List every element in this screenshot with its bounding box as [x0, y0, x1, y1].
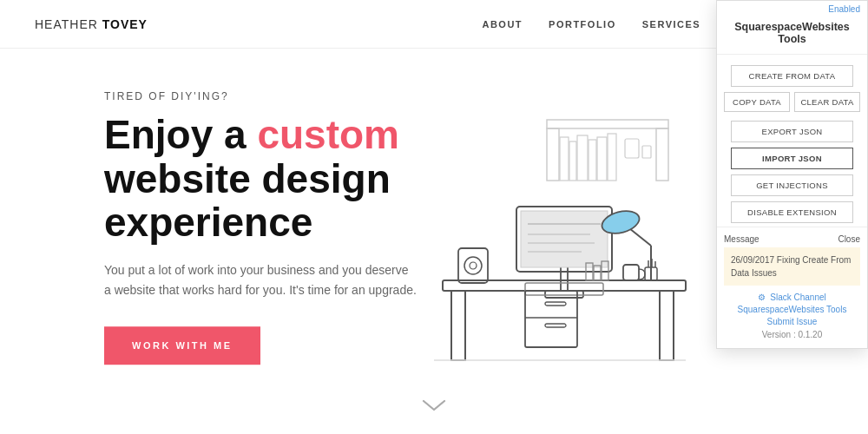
- svg-rect-15: [521, 211, 608, 267]
- slack-link[interactable]: ⚙ Slack Channel: [724, 293, 860, 302]
- svg-rect-26: [623, 265, 639, 280]
- svg-rect-2: [656, 128, 668, 181]
- logo[interactable]: HEATHER TOVEY: [35, 17, 148, 31]
- extension-links: ⚙ Slack Channel SquarespaceWebsites Tool…: [717, 286, 867, 339]
- close-button[interactable]: Close: [838, 234, 860, 244]
- svg-point-21: [464, 257, 482, 274]
- submit-issue-link[interactable]: Submit Issue: [724, 317, 860, 326]
- slack-link-label: Slack Channel: [770, 293, 825, 302]
- message-header: Message Close: [717, 227, 867, 247]
- svg-rect-11: [443, 280, 686, 291]
- svg-rect-37: [660, 291, 674, 360]
- logo-first: HEATHER: [35, 17, 102, 31]
- nav-services[interactable]: SERVICES: [642, 19, 700, 30]
- svg-line-24: [629, 228, 651, 246]
- hero-title-highlight: custom: [257, 112, 399, 157]
- import-json-button[interactable]: IMPORT JSON: [731, 148, 853, 169]
- site-link[interactable]: SquarespaceWebsites Tools: [724, 305, 860, 314]
- scroll-chevron[interactable]: [422, 396, 446, 418]
- slack-icon: ⚙: [758, 293, 766, 302]
- cta-button[interactable]: WORK WITH ME: [104, 326, 260, 365]
- message-label: Message: [724, 234, 760, 244]
- svg-rect-9: [625, 139, 639, 158]
- svg-rect-10: [642, 146, 651, 158]
- extension-title: SquarespaceWebsites Tools: [717, 16, 867, 55]
- svg-rect-40: [594, 266, 601, 280]
- extension-panel: Enabled SquarespaceWebsites Tools CREATE…: [716, 0, 868, 349]
- export-json-button[interactable]: EXPORT JSON: [731, 121, 853, 142]
- svg-point-22: [470, 262, 477, 269]
- extension-enabled-label: Enabled: [717, 1, 867, 16]
- disable-extension-button[interactable]: DISABLE EXTENSION: [731, 201, 853, 223]
- message-body: 26/09/2017 Fixing Create From Data Issue…: [724, 247, 860, 286]
- svg-rect-0: [547, 120, 668, 128]
- svg-rect-6: [589, 140, 596, 181]
- svg-rect-31: [525, 283, 603, 295]
- svg-rect-8: [608, 134, 616, 181]
- svg-rect-7: [597, 137, 607, 181]
- svg-rect-5: [577, 135, 588, 181]
- svg-rect-1: [547, 128, 559, 181]
- svg-rect-32: [451, 291, 465, 360]
- hero-title-after: website design experience: [104, 156, 391, 246]
- get-injections-button[interactable]: GET INJECTIONS: [731, 174, 853, 196]
- clear-data-button[interactable]: CLEAR DATA: [794, 92, 860, 112]
- nav-portfolio[interactable]: PORTFOLIO: [549, 19, 616, 30]
- hero-subtitle: You put a lot of work into your business…: [104, 260, 417, 300]
- create-from-data-button[interactable]: CREATE FROM DATA: [731, 65, 853, 87]
- message-date: 26/09/2017: [731, 255, 774, 265]
- svg-rect-3: [560, 137, 569, 181]
- nav-about[interactable]: ABOUT: [482, 19, 523, 30]
- svg-rect-33: [525, 291, 577, 347]
- hero-title-before: Enjoy a: [104, 112, 257, 157]
- desk-illustration: [399, 94, 694, 389]
- logo-last: TOVEY: [102, 17, 148, 31]
- svg-rect-4: [569, 141, 576, 181]
- copy-data-button[interactable]: COPY DATA: [724, 92, 790, 112]
- svg-rect-36: [545, 324, 566, 327]
- copy-clear-row: COPY DATA CLEAR DATA: [717, 87, 867, 112]
- svg-rect-20: [458, 248, 488, 283]
- svg-rect-35: [545, 302, 566, 306]
- version-label: Version : 0.1.20: [724, 330, 860, 339]
